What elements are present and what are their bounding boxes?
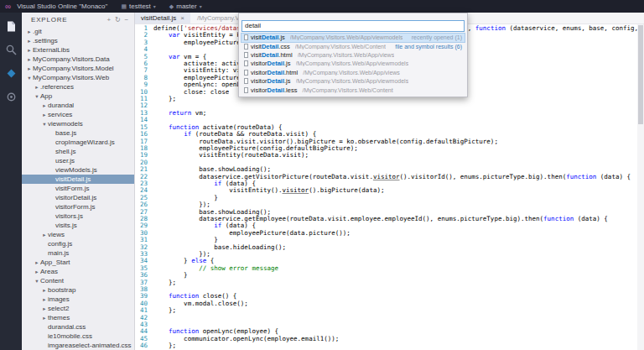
tab-visitdetail-js[interactable]: visitDetail.js ×: [135, 13, 190, 24]
code-line-44[interactable]: 44 function openLync(employee) {: [135, 328, 644, 335]
collapse-all-icon[interactable]: −: [125, 17, 129, 24]
tree-item-ie10mobile-css[interactable]: ie10mobile.css: [22, 332, 134, 341]
tree-item-label: App: [40, 92, 52, 100]
search-icon[interactable]: [5, 44, 18, 56]
result-path: /MyCompany.Visitors.Web/App/views: [303, 70, 400, 76]
tree-item-visitordetail-js[interactable]: visitorDetail.js: [22, 193, 134, 202]
code-line-46[interactable]: 46 };: [135, 342, 644, 349]
code-line-18[interactable]: 18 employeePicture(config.defaultBigPict…: [135, 145, 644, 152]
code-line-25[interactable]: 25 }: [135, 195, 644, 201]
editor-scrollbar[interactable]: [637, 24, 644, 350]
tree-item-views[interactable]: ▸views: [22, 230, 134, 239]
code-line-14[interactable]: 14: [135, 117, 644, 123]
code-line-27[interactable]: 27 base.showLoading();: [135, 209, 644, 216]
code-line-21[interactable]: 21 base.showLoading();: [135, 166, 644, 173]
tree-item-areas[interactable]: ▸Areas: [22, 267, 134, 276]
tree-item-bootstrap[interactable]: ▸bootstrap: [22, 285, 134, 295]
settings-icon[interactable]: [5, 91, 18, 103]
code-line-32[interactable]: 32 base.hideLoading();: [135, 244, 644, 251]
file-icon: [244, 52, 248, 58]
tree-item-imgareaselect-animated-css[interactable]: imgareaselect-animated.css: [22, 341, 134, 350]
tree-item-viewmodels-js[interactable]: viewModels.js: [22, 165, 134, 175]
tree-item-visits-js[interactable]: visits.js: [22, 221, 134, 230]
tree-item-visitorform-js[interactable]: visitorForm.js: [22, 202, 134, 212]
tree-item-content[interactable]: ▾Content: [22, 276, 134, 285]
tree-item-select2[interactable]: ▸select2: [22, 304, 134, 313]
tree-item-visitdetail-js[interactable]: visitDetail.js: [22, 175, 134, 184]
tree-item-mycompany-visitors-data[interactable]: ▸MyCompany.Visitors.Data: [22, 55, 134, 64]
code-line-28[interactable]: 28 dataservice.getEmployee(routeData.vis…: [135, 216, 644, 222]
code-line-39[interactable]: 39 function close() {: [135, 293, 644, 300]
tree-item-durandal[interactable]: ▸durandal: [22, 101, 134, 110]
tree-item-themes[interactable]: ▸themes: [22, 313, 134, 322]
code-line-19[interactable]: 19 visitEntity(routeData.visit);: [135, 152, 644, 159]
quick-open-result-3[interactable]: visitDetail.html/MyCompany.Visitors.Web/…: [242, 50, 465, 59]
code-line-15[interactable]: 15 function activate(routeData) {: [135, 124, 644, 131]
quick-open-result-2[interactable]: visitDetail.css/MyCompany.Visitors.Web/C…: [242, 42, 465, 50]
tree-item-services[interactable]: ▸services: [22, 110, 134, 119]
code-line-23[interactable]: 23 if (data) {: [135, 180, 644, 187]
close-icon[interactable]: ×: [180, 14, 184, 22]
tree-item-git[interactable]: ▸.git: [22, 27, 134, 36]
quick-open-result-4[interactable]: visitorDetail.js/MyCompany.Visitors.Web/…: [242, 60, 465, 68]
tree-item-main-js[interactable]: main.js: [22, 248, 134, 258]
quick-open-result-1[interactable]: visitDetail.js/MyCompany.Visitors.Web/Ap…: [242, 34, 465, 42]
code-line-24[interactable]: 24 visitEntity().visitor().bigPicture(da…: [135, 187, 644, 194]
quick-open-result-6[interactable]: visitorDetail.js/MyCompany.Visitors.Web/…: [242, 76, 465, 85]
chevron-right-icon: ▸: [41, 287, 48, 294]
quick-open-input[interactable]: [242, 20, 465, 32]
scrollbar-thumb[interactable]: [638, 25, 643, 124]
git-icon[interactable]: [5, 67, 18, 80]
code-line-42[interactable]: 42: [135, 315, 644, 321]
quick-open-result-5[interactable]: visitorDetail.html/MyCompany.Visitors.We…: [242, 68, 465, 76]
tree-item-mycompany-visitors-web[interactable]: ▾MyCompany.Visitors.Web: [22, 73, 134, 82]
tree-item-references[interactable]: ▸.references: [22, 82, 134, 91]
activity-bar: [0, 13, 22, 350]
code-line-26[interactable]: 26 });: [135, 201, 644, 208]
quick-open-result-7[interactable]: visitorDetail.less/MyCompany.Visitors.We…: [242, 86, 465, 94]
tree-item-durandal-css[interactable]: durandal.css: [22, 322, 134, 332]
refresh-icon[interactable]: ↻: [115, 17, 122, 24]
code-line-35[interactable]: 35 // show error message: [135, 265, 644, 272]
tree-item-shell-js[interactable]: shell.js: [22, 147, 134, 156]
tree-item-app-start[interactable]: ▸App_Start: [22, 258, 134, 267]
tree-item-visitform-js[interactable]: visitForm.js: [22, 184, 134, 193]
code-line-40[interactable]: 40 vm.modal.close();: [135, 300, 644, 307]
tree-item-visitors-js[interactable]: visitors.js: [22, 212, 134, 221]
code-line-22[interactable]: 22 dataservice.getVisitorPicture(routeDa…: [135, 174, 644, 180]
tree-item-label: durandal: [48, 102, 74, 109]
code-line-17[interactable]: 17 routeData.visit.visitor().bigPicture …: [135, 138, 644, 145]
new-file-icon[interactable]: +: [107, 17, 112, 24]
code-line-34[interactable]: 34 } else {: [135, 258, 644, 264]
code-line-33[interactable]: 33 });: [135, 251, 644, 258]
code-line-45[interactable]: 45 communicator.openLync(employee.email1…: [135, 336, 644, 342]
explorer-panel: EXPLORE + ↻ − ▸.git▸.settings▸ExternalLi…: [22, 13, 135, 350]
tree-item-cropimagewizard-js[interactable]: cropImageWizard.js: [22, 138, 134, 147]
code-line-16[interactable]: 16 if (routeData && routeData.visit) {: [135, 131, 644, 138]
tree-item-base-js[interactable]: base.js: [22, 128, 134, 138]
tree-item-config-js[interactable]: config.js: [22, 239, 134, 248]
files-icon[interactable]: [5, 20, 18, 33]
code-line-38[interactable]: 38: [135, 286, 644, 293]
code-line-13[interactable]: 13 return vm;: [135, 110, 644, 117]
tree-item-label: ExternalLibs: [33, 46, 70, 54]
code-line-37[interactable]: 37 };: [135, 279, 644, 286]
project-selector[interactable]: ▦ testtest ▾: [121, 3, 155, 10]
tree-item-app[interactable]: ▾App: [22, 91, 134, 101]
tree-item-images[interactable]: ▸images: [22, 295, 134, 304]
code-line-12[interactable]: 12: [135, 102, 644, 109]
tree-item-mycompany-visitors-model[interactable]: ▸MyCompany.Visitors.Model: [22, 64, 134, 73]
code-line-30[interactable]: 30 employeePicture(data.picture());: [135, 230, 644, 237]
branch-selector[interactable]: ◆ master ▾: [169, 3, 202, 10]
code-line-31[interactable]: 31 }: [135, 237, 644, 243]
code-line-41[interactable]: 41 };: [135, 307, 644, 314]
code-line-29[interactable]: 29 if (data) {: [135, 222, 644, 229]
code-line-20[interactable]: 20: [135, 159, 644, 166]
tree-item-externallibs[interactable]: ▸ExternalLibs: [22, 45, 134, 55]
code-line-36[interactable]: 36 }: [135, 272, 644, 279]
tree-item-user-js[interactable]: user.js: [22, 156, 134, 165]
project-name: testtest: [129, 3, 151, 10]
code-line-43[interactable]: 43: [135, 321, 644, 328]
tree-item-settings[interactable]: ▸.settings: [22, 36, 134, 45]
tree-item-viewmodels[interactable]: ▾viewmodels: [22, 119, 134, 128]
